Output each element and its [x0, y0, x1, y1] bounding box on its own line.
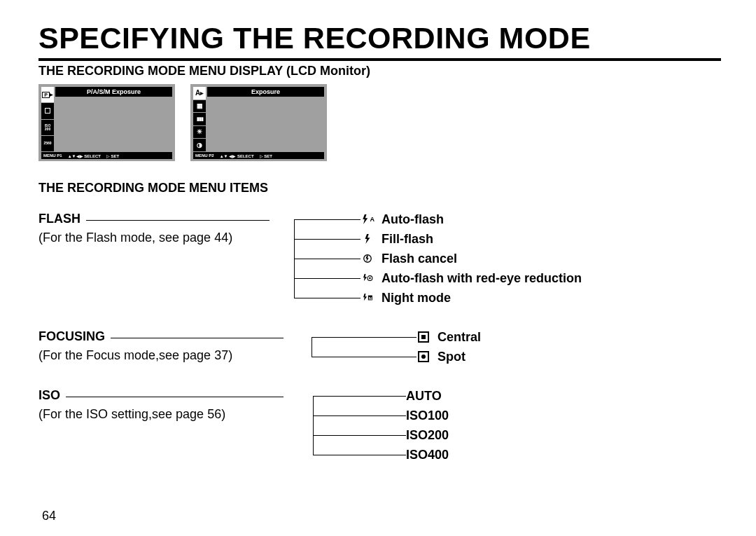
flash-opt-auto: A Auto-flash	[360, 209, 582, 229]
focusing-heading: FOCUSING	[38, 327, 105, 346]
lcd2-side-grid: ▦	[193, 100, 206, 113]
svg-point-2	[369, 277, 371, 280]
lcd1-side-iso: ISO200	[41, 120, 54, 135]
iso-group: ISO (For the ISO setting,see page 56) AU…	[38, 386, 721, 465]
flash-night-icon: N	[360, 291, 374, 304]
lcd2-side-bars: ▮▮▮	[193, 113, 206, 125]
lcd1-side-p: P▶	[41, 87, 54, 102]
lcd2-header: Exposure	[207, 87, 324, 97]
lcd-screen-2: A▶ ▦ ▮▮▮ ☀ ◑ Exposure MENU P2 ▲▼ ◀▶ SELE…	[190, 84, 327, 161]
flash-auto-icon: A	[360, 213, 374, 226]
flash-redeye-icon	[360, 272, 374, 284]
flash-cancel-icon	[360, 252, 374, 265]
title-rule	[38, 58, 721, 61]
lcd1-sidebar: P▶ ISO200 2560	[41, 87, 54, 151]
subtitle-lcd: THE RECORDING MODE MENU DISPLAY (LCD Mon…	[38, 64, 721, 78]
lcd2-sidebar: A▶ ▦ ▮▮▮ ☀ ◑	[193, 87, 206, 151]
iso-opt-200: ISO200	[406, 425, 449, 445]
lcd1-header: P/A/S/M Exposure	[55, 87, 172, 97]
lcd1-side-box	[41, 103, 54, 118]
focus-spot-icon	[416, 350, 430, 363]
iso-note: (For the ISO setting,see page 56)	[38, 405, 284, 424]
focus-central-icon	[416, 331, 430, 343]
focusing-group: FOCUSING (For the Focus mode,see page 37…	[38, 327, 721, 366]
iso-opt-400: ISO400	[406, 445, 449, 465]
flash-options: A Auto-flash Fill-flash Flash cancel	[270, 209, 582, 308]
lcd2-side-contrast: ◑	[193, 139, 206, 151]
flash-opt-cancel: Flash cancel	[360, 249, 582, 268]
flash-heading: FLASH	[38, 209, 80, 228]
flash-opt-night: N Night mode	[360, 288, 582, 308]
lcd1-footer: MENU P1 ▲▼◀▶ SELECT ▷ SET	[41, 152, 172, 159]
svg-text:N: N	[369, 296, 372, 301]
iso-options: AUTO ISO100 ISO200 ISO400	[284, 386, 449, 465]
menu-items: FLASH (For the Flash mode, see page 44) …	[38, 209, 721, 465]
iso-opt-auto: AUTO	[406, 386, 449, 406]
flash-opt-redeye: Auto-flash with red-eye reduction	[360, 268, 582, 288]
lcd-screen-1: P▶ ISO200 2560 P/A/S/M Exposure MENU P1 …	[38, 84, 175, 161]
flash-fill-icon	[360, 233, 374, 245]
focus-opt-spot: Spot	[416, 347, 481, 366]
focusing-options: Central Spot	[284, 327, 481, 366]
subtitle-items: THE RECORDING MODE MENU ITEMS	[38, 181, 721, 195]
focusing-note: (For the Focus mode,see page 37)	[38, 346, 284, 365]
page-title: SPECIFYING THE RECORDING MODE	[38, 21, 721, 55]
flash-opt-fill: Fill-flash	[360, 229, 582, 249]
lcd2-side-a: A▶	[193, 87, 206, 99]
iso-heading: ISO	[38, 386, 60, 405]
lcd-screens: P▶ ISO200 2560 P/A/S/M Exposure MENU P1 …	[38, 84, 721, 161]
lcd2-footer: MENU P2 ▲▼ ◀▶ SELECT ▷ SET	[193, 152, 324, 159]
lcd2-side-sun: ☀	[193, 126, 206, 139]
focus-opt-central: Central	[416, 327, 481, 347]
flash-group: FLASH (For the Flash mode, see page 44) …	[38, 209, 721, 308]
iso-opt-100: ISO100	[406, 406, 449, 425]
lcd1-side-size: 2560	[41, 136, 54, 151]
flash-note: (For the Flash mode, see page 44)	[38, 228, 270, 247]
page-number: 64	[42, 509, 56, 523]
